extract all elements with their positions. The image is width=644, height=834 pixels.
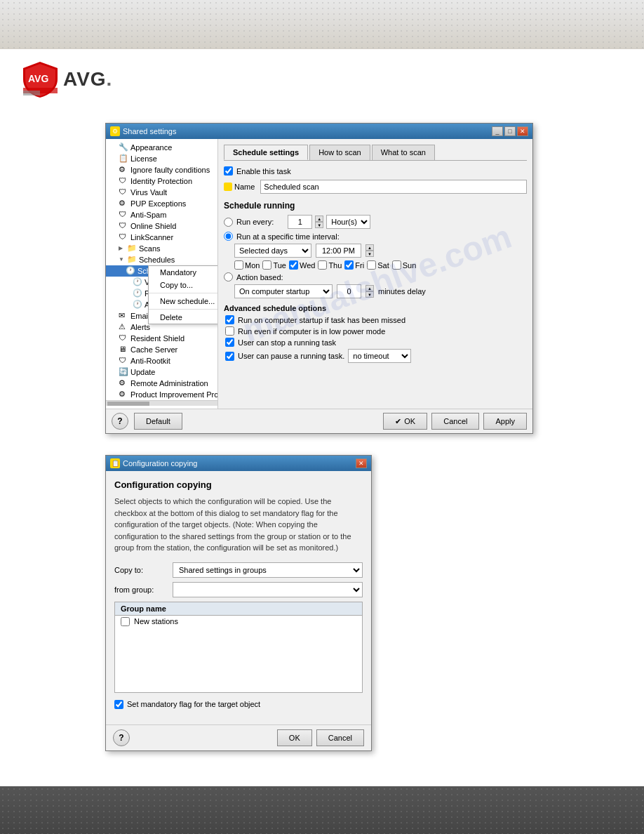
mon-checkbox[interactable] — [234, 260, 243, 270]
adv-checkbox-0[interactable] — [225, 315, 234, 324]
tree-item-faulty[interactable]: ⚙ Ignore faulty conditions — [106, 164, 217, 176]
enable-task-checkbox[interactable] — [224, 166, 233, 176]
tree-item-resident-shield[interactable]: 🛡 Resident Shield — [106, 333, 217, 344]
tree-item-appearance[interactable]: 🔧 Appearance — [106, 142, 217, 153]
mon-check[interactable]: Mon — [234, 260, 260, 270]
run-at-row[interactable]: Run at a specific time interval: — [224, 232, 527, 241]
spinner-down[interactable]: ▼ — [315, 222, 323, 228]
tree-item-cache-server[interactable]: 🖥 Cache Server — [106, 344, 217, 355]
action-based-controls[interactable]: On computer startup ▲ ▼ minutes delay — [234, 284, 527, 298]
sidebar-scrollbar[interactable] — [106, 400, 217, 406]
tree-item-anti-rootkit[interactable]: 🛡 Anti-Rootkit — [106, 355, 217, 366]
cancel-button[interactable]: Cancel — [431, 413, 479, 430]
tree-item-pup[interactable]: ⚙ PUP Exceptions — [106, 198, 217, 209]
adv-option-2[interactable]: User can stop a running task — [225, 338, 527, 347]
sat-checkbox[interactable] — [367, 260, 376, 270]
enable-task-row[interactable]: Enable this task — [224, 166, 527, 176]
tab-schedule-settings[interactable]: Schedule settings — [224, 145, 308, 160]
config-help-button[interactable]: ? — [113, 729, 130, 746]
adv-checkbox-1[interactable] — [225, 326, 234, 336]
run-every-unit-select[interactable]: Hour(s) — [326, 215, 370, 229]
tree-item-identity[interactable]: 🛡 Identity Protection — [106, 176, 217, 187]
tree-item-virus-vault[interactable]: 🛡 Virus Vault — [106, 187, 217, 198]
adv-option-1[interactable]: Run even if computer is in low power mod… — [225, 326, 527, 336]
minimize-button[interactable]: _ — [492, 126, 503, 136]
delay-down[interactable]: ▼ — [365, 291, 374, 298]
thu-check[interactable]: Thu — [318, 260, 342, 270]
time-up[interactable]: ▲ — [365, 244, 374, 251]
titlebar-buttons[interactable]: _ □ ✕ — [492, 126, 528, 136]
config-cancel-button[interactable]: Cancel — [316, 729, 364, 746]
delay-spinner-arrows[interactable]: ▲ ▼ — [365, 285, 374, 298]
context-menu-delete[interactable]: Delete — [149, 311, 218, 324]
config-heading: Configuration copying — [114, 479, 363, 490]
tab-how-to-scan[interactable]: How to scan — [309, 145, 370, 160]
ok-button[interactable]: ✔ OK — [383, 413, 427, 430]
spinner-arrows[interactable]: ▲ ▼ — [315, 216, 323, 228]
wed-checkbox[interactable] — [289, 260, 298, 270]
config-titlebar-buttons[interactable]: ✕ — [356, 458, 367, 468]
config-close-button[interactable]: ✕ — [356, 458, 367, 468]
run-every-row[interactable]: Run every: ▲ ▼ Hour(s) — [224, 215, 527, 229]
minutes-delay-input[interactable] — [337, 284, 361, 298]
sun-checkbox[interactable] — [392, 260, 401, 270]
sidebar-tree[interactable]: 🔧 Appearance 📋 License ⚙ Ignore faulty c… — [106, 139, 218, 409]
tree-item-license[interactable]: 📋 License — [106, 153, 217, 164]
time-row[interactable]: Selected days ▲ ▼ — [234, 244, 527, 258]
action-based-row[interactable]: Action based: — [224, 272, 527, 282]
thu-checkbox[interactable] — [318, 260, 327, 270]
adv-checkbox-3[interactable] — [225, 352, 234, 361]
tree-item-remote-admin[interactable]: ⚙ Remote Administration — [106, 378, 217, 389]
days-row[interactable]: Mon Tue Wed Thu — [234, 260, 527, 270]
run-every-radio[interactable] — [224, 218, 233, 227]
group-row-new-stations[interactable]: New stations — [115, 616, 362, 628]
run-every-spinner[interactable]: ▲ ▼ Hour(s) — [288, 215, 370, 229]
adv-checkbox-2[interactable] — [225, 338, 234, 347]
adv-option-3[interactable]: User can pause a running task. no timeou… — [225, 349, 527, 363]
tue-checkbox[interactable] — [262, 260, 271, 270]
fri-check[interactable]: Fri — [344, 260, 364, 270]
timeout-select[interactable]: no timeout — [348, 349, 411, 363]
tree-item-scans[interactable]: ▶ 📁 Scans — [106, 243, 217, 254]
mandatory-row[interactable]: Set mandatory flag for the target object — [114, 700, 363, 709]
new-stations-checkbox[interactable] — [121, 617, 130, 626]
default-button[interactable]: Default — [134, 413, 182, 430]
action-based-select[interactable]: On computer startup — [234, 284, 333, 298]
run-at-radio[interactable] — [224, 232, 233, 241]
copy-to-select[interactable]: Shared settings in groups — [173, 562, 363, 578]
action-based-radio[interactable] — [224, 272, 233, 282]
sun-check[interactable]: Sun — [392, 260, 417, 270]
scrollbar-thumb[interactable] — [107, 402, 149, 406]
spinner-up[interactable]: ▲ — [315, 216, 323, 222]
context-menu-new-schedule[interactable]: New schedule... — [149, 295, 218, 307]
wed-check[interactable]: Wed — [289, 260, 315, 270]
fri-checkbox[interactable] — [344, 260, 354, 270]
tree-item-schedules[interactable]: ▼ 📁 Schedules — [106, 254, 217, 265]
mandatory-checkbox[interactable] — [114, 700, 123, 709]
time-down[interactable]: ▼ — [365, 251, 374, 257]
adv-option-0[interactable]: Run on computer startup if task has been… — [225, 315, 527, 324]
context-menu-mandatory[interactable]: Mandatory — [149, 266, 218, 279]
time-spinner-arrows[interactable]: ▲ ▼ — [365, 244, 374, 257]
tab-bar[interactable]: Schedule settings How to scan What to sc… — [224, 145, 527, 161]
help-button[interactable]: ? — [112, 413, 128, 430]
sat-check[interactable]: Sat — [367, 260, 389, 270]
tree-item-linkscanner[interactable]: 🛡 LinkScanner — [106, 232, 217, 243]
from-group-select[interactable] — [173, 582, 363, 597]
context-menu-copy-to[interactable]: Copy to... — [149, 279, 218, 291]
time-input[interactable] — [316, 244, 361, 258]
tree-item-update[interactable]: 🔄 Update — [106, 366, 217, 378]
tree-item-antispam[interactable]: 🛡 Anti-Spam — [106, 209, 217, 220]
maximize-button[interactable]: □ — [504, 126, 516, 136]
close-button[interactable]: ✕ — [517, 126, 528, 136]
apply-button[interactable]: Apply — [483, 413, 527, 430]
tue-check[interactable]: Tue — [262, 260, 286, 270]
tab-what-to-scan[interactable]: What to scan — [372, 145, 435, 160]
name-input[interactable] — [260, 180, 527, 194]
tree-item-product-improvement[interactable]: ⚙ Product Improvement Programme — [106, 389, 217, 400]
tree-item-online-shield[interactable]: 🛡 Online Shield — [106, 220, 217, 232]
delay-up[interactable]: ▲ — [365, 285, 374, 291]
days-select[interactable]: Selected days — [234, 244, 311, 258]
config-ok-button[interactable]: OK — [277, 729, 312, 746]
run-every-value[interactable] — [288, 215, 312, 229]
